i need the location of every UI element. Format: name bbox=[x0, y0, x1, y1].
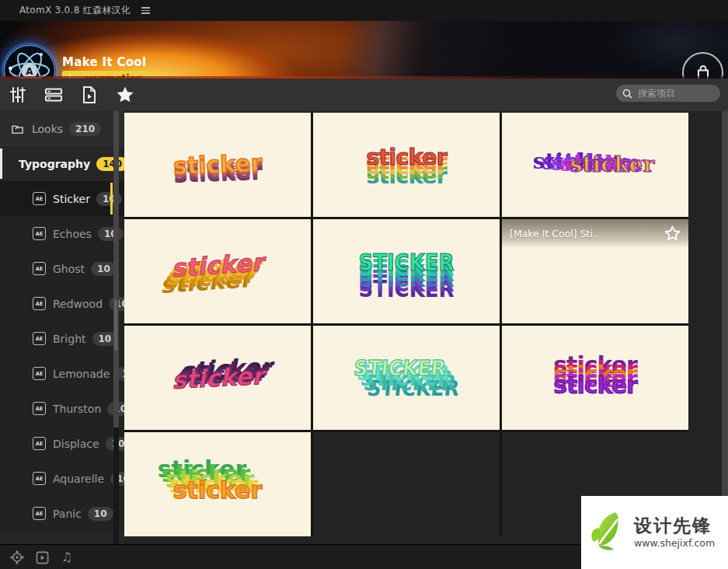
empty-grid-slot bbox=[313, 432, 500, 536]
ae-file-icon: AE bbox=[33, 507, 46, 520]
window-title: AtomX 3.0.8 红森林汉化 bbox=[19, 4, 131, 17]
preset-cell[interactable]: STICKER bbox=[313, 326, 500, 430]
sidebar-item-label: Bright bbox=[53, 333, 86, 345]
preset-cell-hovered[interactable]: [Make It Cool] Sti.. bbox=[502, 219, 688, 323]
sidebar-item-label: Aquarelle bbox=[53, 473, 104, 485]
preset-cell[interactable]: sticker bbox=[124, 113, 311, 217]
music-note-icon[interactable]: ♫ bbox=[59, 550, 75, 565]
sticker-preview-text: sticker bbox=[553, 374, 637, 397]
sidebar: Looks 210 Typography 140 AE Sticker 10 A… bbox=[0, 111, 124, 544]
preset-cell[interactable]: sticker bbox=[502, 326, 688, 430]
sidebar-scrollbar[interactable] bbox=[113, 111, 119, 544]
favorite-star-icon[interactable] bbox=[664, 225, 681, 242]
sticker-preview-text: STICKER bbox=[358, 251, 454, 274]
sticker-preview-text: sticker bbox=[170, 250, 263, 280]
atomx-logo-icon: A bbox=[2, 43, 57, 79]
sidebar-item-displace[interactable]: AE Displace 10 bbox=[0, 426, 124, 461]
search-box bbox=[616, 85, 720, 102]
ae-file-icon: AE bbox=[33, 192, 46, 205]
count-badge: 10 bbox=[91, 262, 117, 276]
sidebar-item-redwood[interactable]: AE Redwood 10 bbox=[0, 286, 124, 321]
sticker-preview-text: sticker bbox=[173, 479, 263, 502]
sidebar-item-aquarelle[interactable]: AE Aquarelle 10 bbox=[0, 461, 124, 496]
store-button[interactable] bbox=[682, 52, 723, 79]
pack-byline-badge: by vcgmotion bbox=[62, 71, 149, 79]
sidebar-item-label: Panic bbox=[53, 508, 82, 520]
ae-file-icon: AE bbox=[33, 227, 46, 240]
preset-cell[interactable]: sticker bbox=[313, 113, 500, 217]
preset-cell[interactable]: sticker bbox=[124, 326, 311, 430]
sidebar-item-label: Echoes bbox=[53, 228, 92, 240]
ae-file-icon: AE bbox=[33, 437, 46, 450]
sidebar-item-looks[interactable]: Looks 210 bbox=[0, 111, 124, 146]
folder-icon bbox=[11, 123, 24, 134]
leaf-logo-icon bbox=[589, 509, 629, 556]
sticker-preview-text: sticker bbox=[570, 154, 654, 176]
sidebar-item-label: Displace bbox=[53, 438, 99, 450]
watermark-url: www.shejixf.com bbox=[634, 537, 715, 549]
list-view-icon[interactable] bbox=[44, 85, 64, 105]
pack-title: Make It Cool bbox=[62, 55, 146, 69]
sticker-preview-text: STICKER bbox=[353, 357, 447, 379]
sidebar-item-ghost[interactable]: AE Ghost 10 bbox=[0, 251, 124, 286]
byline-author: vcgmotion bbox=[85, 72, 143, 79]
count-badge: 10 bbox=[98, 227, 124, 241]
sidebar-item-label: Sticker bbox=[53, 193, 90, 205]
watermark: 设计先锋 www.shejixf.com bbox=[581, 496, 728, 569]
video-file-icon[interactable] bbox=[79, 85, 99, 105]
sidebar-item-sticker[interactable]: AE Sticker 10 bbox=[0, 181, 124, 216]
sidebar-item-typography[interactable]: Typography 140 bbox=[0, 146, 124, 181]
search-input[interactable] bbox=[636, 87, 705, 99]
preset-cell[interactable]: STICKER bbox=[313, 219, 500, 323]
toolbar bbox=[0, 79, 728, 111]
sidebar-item-panic[interactable]: AE Panic 10 bbox=[0, 496, 124, 531]
shopping-bag-icon bbox=[693, 63, 713, 79]
content-area: Looks 210 Typography 140 AE Sticker 10 A… bbox=[0, 111, 728, 544]
grid-scrollbar[interactable] bbox=[722, 111, 728, 544]
search-icon bbox=[622, 89, 632, 99]
sidebar-item-label: Redwood bbox=[53, 298, 103, 310]
watermark-text: 设计先锋 www.shejixf.com bbox=[634, 516, 715, 548]
preset-cell[interactable]: sticker bbox=[124, 219, 311, 323]
count-badge: 10 bbox=[88, 507, 113, 521]
pack-banner: A Make It Cool by vcgmotion bbox=[0, 21, 728, 79]
preview-player-icon[interactable] bbox=[34, 550, 50, 565]
sidebar-item-label: Typography bbox=[19, 158, 90, 170]
preset-cell[interactable]: sticker bbox=[502, 113, 688, 217]
preset-cell[interactable]: sticker bbox=[124, 432, 311, 536]
filters-icon[interactable] bbox=[8, 85, 28, 105]
sidebar-item-lemonade[interactable]: AE Lemonade 10 bbox=[0, 356, 124, 391]
sidebar-item-bright[interactable]: AE Bright 10 bbox=[0, 321, 124, 356]
ae-file-icon: AE bbox=[33, 297, 46, 310]
preset-name-label: [Make It Cool] Sti.. bbox=[510, 228, 599, 239]
sidebar-item-label: Looks bbox=[32, 123, 63, 135]
ae-file-icon: AE bbox=[33, 472, 46, 485]
sidebar-item-thurston[interactable]: AE Thurston 10 bbox=[0, 391, 124, 426]
title-bar: AtomX 3.0.8 红森林汉化 bbox=[0, 0, 728, 21]
sidebar-item-echoes[interactable]: AE Echoes 10 bbox=[0, 216, 124, 251]
watermark-title: 设计先锋 bbox=[634, 516, 715, 536]
sidebar-item-label: Lemonade bbox=[53, 368, 110, 380]
svg-text:A: A bbox=[26, 66, 33, 77]
ae-file-icon: AE bbox=[33, 332, 46, 345]
sidebar-item-label: Thurston bbox=[53, 403, 101, 415]
sticker-preview-text: sticker bbox=[172, 152, 263, 178]
preset-hover-bar: [Make It Cool] Sti.. bbox=[502, 219, 688, 248]
sticker-preview-text: sticker bbox=[366, 146, 447, 169]
ae-file-icon: AE bbox=[33, 262, 46, 275]
ae-file-icon: AE bbox=[33, 402, 46, 415]
motion-settings-icon[interactable] bbox=[9, 550, 25, 565]
preset-grid-area: sticker sticker sticker sticker STICKER … bbox=[124, 111, 728, 544]
hamburger-menu-icon[interactable] bbox=[141, 7, 150, 14]
sidebar-scrollbar-thumb[interactable] bbox=[114, 299, 117, 351]
byline-prefix: by bbox=[68, 72, 82, 79]
sticker-preview-text: sticker bbox=[171, 363, 264, 392]
ae-file-icon: AE bbox=[33, 367, 46, 380]
preset-grid: sticker sticker sticker sticker STICKER … bbox=[124, 113, 688, 536]
favorites-star-icon[interactable] bbox=[115, 85, 135, 105]
sidebar-item-label: Ghost bbox=[53, 263, 85, 275]
count-badge: 210 bbox=[69, 122, 101, 136]
